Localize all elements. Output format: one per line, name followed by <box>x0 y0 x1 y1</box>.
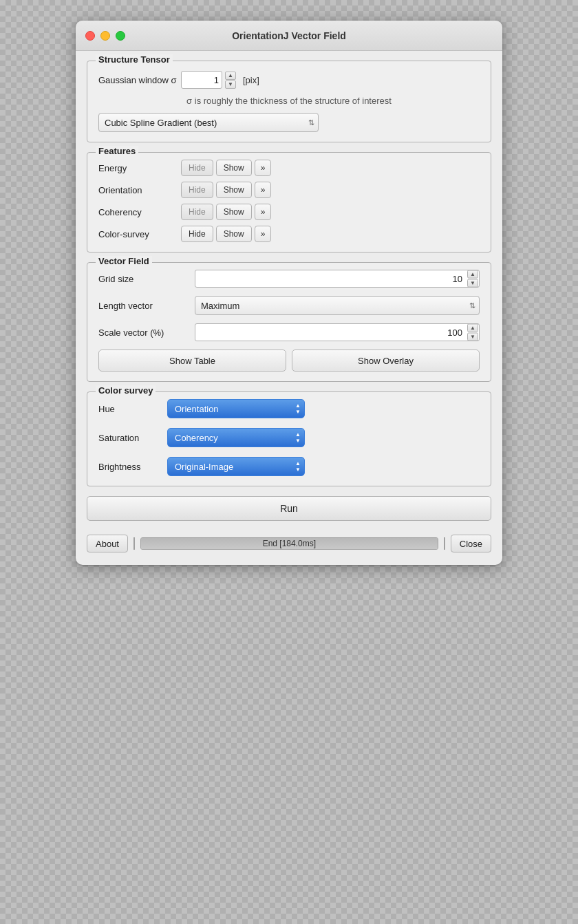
coherency-hide-button[interactable]: Hide <box>181 204 213 220</box>
energy-arrow-button[interactable]: » <box>255 160 272 176</box>
titlebar: OrientationJ Vector Field <box>76 21 502 51</box>
features-legend: Features <box>96 146 138 156</box>
maximize-traffic-light[interactable] <box>116 31 125 41</box>
vf-buttons-row: Show Table Show Overlay <box>98 350 480 372</box>
traffic-lights <box>85 31 125 41</box>
features-group: Features Energy Hide Show » Orientation … <box>87 152 491 253</box>
orientation-hide-button[interactable]: Hide <box>181 182 213 198</box>
energy-hide-button[interactable]: Hide <box>181 160 213 176</box>
window-title: OrientationJ Vector Field <box>232 30 346 41</box>
brightness-label: Brightness <box>98 462 167 472</box>
structure-tensor-group: Structure Tensor Gaussian window σ ▲ ▼ [… <box>87 61 491 142</box>
length-vector-label: Length vector <box>98 301 195 311</box>
saturation-dropdown-wrapper: Coherency Orientation Energy Original-Im… <box>167 428 305 447</box>
close-button[interactable]: Close <box>451 535 491 552</box>
length-vector-select[interactable]: Maximum Mean Constant <box>195 296 480 315</box>
orientation-label: Orientation <box>98 185 181 195</box>
length-vector-row: Length vector Maximum Mean Constant ⇅ <box>98 296 480 315</box>
run-button[interactable]: Run <box>87 496 491 521</box>
vector-field-legend: Vector Field <box>96 256 152 266</box>
orientation-show-button[interactable]: Show <box>216 182 252 198</box>
sigma-note: σ is roughly the thickness of the struct… <box>98 96 480 106</box>
length-vector-dropdown-wrapper: Maximum Mean Constant ⇅ <box>195 296 480 315</box>
bottom-bar: About End [184.0ms] Close <box>87 529 491 555</box>
scale-vector-input[interactable] <box>195 323 480 341</box>
color-survey-show-button[interactable]: Show <box>216 226 252 242</box>
saturation-select[interactable]: Coherency Orientation Energy Original-Im… <box>167 428 305 447</box>
content-area: Structure Tensor Gaussian window σ ▲ ▼ [… <box>76 51 502 565</box>
energy-show-button[interactable]: Show <box>216 160 252 176</box>
grid-size-input[interactable] <box>195 270 480 288</box>
hue-dropdown-wrapper: Orientation Coherency Energy Original-Im… <box>167 399 305 418</box>
scale-vector-row: Scale vector (%) ▲ ▼ <box>98 323 480 341</box>
vector-field-group: Vector Field Grid size ▲ ▼ Length vector… <box>87 262 491 382</box>
show-table-button[interactable]: Show Table <box>98 350 286 372</box>
coherency-label: Coherency <box>98 207 181 217</box>
scale-vector-label: Scale vector (%) <box>98 327 195 338</box>
hue-row: Hue Orientation Coherency Energy Origina… <box>98 399 480 418</box>
gaussian-input[interactable] <box>181 71 222 89</box>
color-survey-arrow-button[interactable]: » <box>255 226 272 242</box>
saturation-label: Saturation <box>98 433 167 443</box>
gaussian-unit: [pix] <box>243 75 259 85</box>
color-survey-row: Color-survey Hide Show » <box>98 226 480 242</box>
scale-vector-spin-down[interactable]: ▼ <box>467 333 478 341</box>
energy-row: Energy Hide Show » <box>98 160 480 176</box>
gradient-select[interactable]: Cubic Spline Gradient (best) Finite Diff… <box>98 113 319 132</box>
gaussian-spin-down[interactable]: ▼ <box>225 80 236 89</box>
structure-tensor-legend: Structure Tensor <box>96 54 173 65</box>
separator-right <box>444 537 445 550</box>
scale-vector-spin-buttons: ▲ ▼ <box>467 324 478 341</box>
progress-bar-text: End [184.0ms] <box>263 539 316 548</box>
color-survey-group: Color survey Hue Orientation Coherency E… <box>87 391 491 486</box>
color-survey-feature-label: Color-survey <box>98 229 181 239</box>
gaussian-spin: ▲ ▼ [pix] <box>181 71 259 89</box>
grid-size-spin-buttons: ▲ ▼ <box>467 270 478 288</box>
close-traffic-light[interactable] <box>85 31 95 41</box>
gaussian-spin-buttons: ▲ ▼ <box>225 72 236 89</box>
minimize-traffic-light[interactable] <box>100 31 110 41</box>
progress-bar: End [184.0ms] <box>140 537 438 550</box>
coherency-show-button[interactable]: Show <box>216 204 252 220</box>
grid-size-label: Grid size <box>98 274 195 284</box>
hue-label: Hue <box>98 404 167 414</box>
brightness-select[interactable]: Original-Image Orientation Coherency Ene… <box>167 457 305 476</box>
grid-size-row: Grid size ▲ ▼ <box>98 270 480 288</box>
saturation-row: Saturation Coherency Orientation Energy … <box>98 428 480 447</box>
scale-vector-spin-wrapper: ▲ ▼ <box>195 323 480 341</box>
show-overlay-button[interactable]: Show Overlay <box>292 350 480 372</box>
brightness-row: Brightness Original-Image Orientation Co… <box>98 457 480 476</box>
color-survey-legend: Color survey <box>96 385 156 396</box>
gaussian-label: Gaussian window σ <box>98 75 181 85</box>
grid-size-spin-down[interactable]: ▼ <box>467 279 478 288</box>
gaussian-spin-up[interactable]: ▲ <box>225 72 236 80</box>
coherency-arrow-button[interactable]: » <box>255 204 272 220</box>
scale-vector-spin-up[interactable]: ▲ <box>467 324 478 332</box>
grid-size-spin-up[interactable]: ▲ <box>467 270 478 279</box>
coherency-row: Coherency Hide Show » <box>98 204 480 220</box>
energy-label: Energy <box>98 163 181 173</box>
gradient-dropdown-wrapper: Cubic Spline Gradient (best) Finite Diff… <box>98 113 319 132</box>
gaussian-row: Gaussian window σ ▲ ▼ [pix] <box>98 71 480 89</box>
brightness-dropdown-wrapper: Original-Image Orientation Coherency Ene… <box>167 457 305 476</box>
orientation-arrow-button[interactable]: » <box>255 182 272 198</box>
main-window: OrientationJ Vector Field Structure Tens… <box>76 21 502 565</box>
separator-left <box>133 537 135 550</box>
hue-select[interactable]: Orientation Coherency Energy Original-Im… <box>167 399 305 418</box>
about-button[interactable]: About <box>87 535 128 552</box>
color-survey-hide-button[interactable]: Hide <box>181 226 213 242</box>
orientation-row: Orientation Hide Show » <box>98 182 480 198</box>
grid-size-spin-wrapper: ▲ ▼ <box>195 270 480 288</box>
